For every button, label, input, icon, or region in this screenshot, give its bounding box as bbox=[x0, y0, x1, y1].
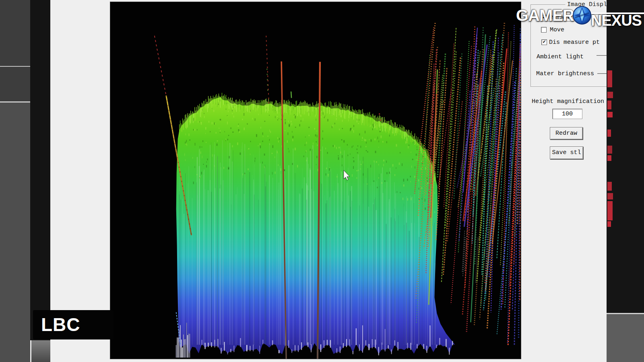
3d-viewport[interactable] bbox=[110, 2, 521, 359]
mater-brightness-label: Mater brightness bbox=[536, 70, 594, 77]
red-vertical-text-fragments bbox=[607, 0, 619, 314]
rotate-checkbox[interactable]: ✔ bbox=[541, 15, 547, 21]
background-left-segment-middle bbox=[0, 67, 30, 101]
height-magnification-label: Height magnification bbox=[532, 98, 604, 105]
background-black-strip bbox=[30, 0, 50, 362]
lbc-badge: LBC bbox=[33, 310, 114, 339]
redraw-button[interactable]: Redraw bbox=[550, 127, 583, 140]
save-stl-button[interactable]: Save stl bbox=[550, 146, 583, 159]
background-left-column bbox=[0, 0, 30, 362]
rotate-checkbox-label: Rotate bbox=[549, 14, 571, 21]
background-gray-block bbox=[31, 340, 50, 362]
dis-measure-pt-checkbox-label: Dis measure pt bbox=[549, 39, 600, 46]
right-edge-gray-strip bbox=[607, 314, 644, 362]
move-checkbox[interactable] bbox=[541, 27, 547, 33]
app-window: Image Display ✔ Rotate Move ✔ Dis measur… bbox=[50, 0, 607, 362]
ambient-light-label: Ambient light bbox=[537, 53, 584, 60]
background-left-segment-top bbox=[0, 0, 30, 66]
background-left-segment-bottom bbox=[0, 103, 30, 362]
dis-measure-pt-checkbox[interactable]: ✔ bbox=[541, 39, 547, 45]
height-magnification-input[interactable] bbox=[552, 109, 582, 119]
height-map-render bbox=[110, 2, 521, 359]
move-checkbox-label: Move bbox=[550, 27, 564, 33]
lbc-badge-label: LBC bbox=[41, 310, 80, 339]
